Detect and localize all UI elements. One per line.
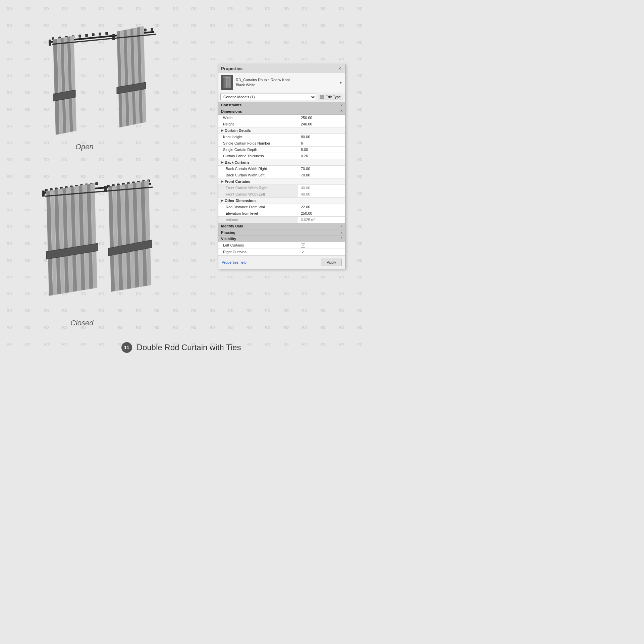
panel-object-row: RD_Curtains Double Rod w Knot Black Whit… — [218, 73, 345, 92]
svg-rect-93 — [321, 97, 322, 99]
front-curtains-arrow: ▶ — [221, 180, 223, 183]
prop-label-back-left: Back Curtain Width Left — [218, 172, 298, 178]
checkbox-left-curtains[interactable]: ✓ — [298, 242, 345, 249]
svg-rect-83 — [223, 77, 225, 88]
prop-row-folds-number[interactable]: Single Curtain Folds Number 6 — [218, 140, 345, 147]
prop-row-knot-height[interactable]: Knot Height 80.00 — [218, 134, 345, 140]
prop-label-left-curtains: Left Curtains — [218, 242, 298, 249]
panel-type-row: Generic Models (1) Edit Type — [218, 92, 345, 102]
constraints-section-header[interactable]: Constraints « — [218, 102, 345, 108]
prop-row-right-curtains[interactable]: Right Curtains ✓ — [218, 249, 345, 256]
prop-value-back-left: 70.00 — [298, 172, 345, 178]
open-label: Open — [75, 143, 94, 151]
back-curtains-group[interactable]: ▶ Back Curtains — [218, 159, 345, 166]
svg-rect-89 — [227, 77, 229, 88]
object-dropdown-arrow[interactable]: ▼ — [339, 81, 342, 85]
identity-data-toggle: « — [340, 224, 342, 228]
svg-rect-36 — [42, 191, 45, 197]
properties-help-link[interactable]: Properties help — [222, 260, 247, 264]
svg-rect-2 — [112, 34, 115, 40]
identity-data-section-header[interactable]: Identity Data « — [218, 223, 345, 229]
number-badge: 11 — [121, 342, 132, 353]
prop-row-front-right[interactable]: Front Curtain Width Right 40.00 — [218, 185, 345, 191]
properties-panel: Properties × RD_Curtains Double Rod w Kn… — [218, 64, 345, 269]
closed-curtain-illustration — [10, 171, 168, 312]
svg-rect-11 — [106, 32, 108, 35]
prop-row-elevation[interactable]: Elevation from level 250.00 — [218, 210, 345, 217]
prop-label-height: Height — [218, 121, 298, 127]
prop-label-knot-height: Knot Height — [218, 134, 298, 140]
other-dimensions-arrow: ▶ — [221, 199, 223, 202]
phasing-section-header[interactable]: Phasing « — [218, 229, 345, 236]
right-curtains-checkbox[interactable]: ✓ — [301, 250, 305, 254]
type-dropdown[interactable]: Generic Models (1) — [220, 94, 316, 100]
curtain-details-label: ▶ Curtain Details — [218, 127, 345, 133]
svg-rect-88 — [226, 77, 227, 88]
panel-titlebar: Properties × — [218, 64, 345, 73]
svg-rect-91 — [321, 95, 322, 97]
bottom-title-text: Double Rod Curtain with Ties — [137, 343, 241, 352]
back-curtains-arrow: ▶ — [221, 161, 223, 164]
open-curtain-illustration — [10, 17, 168, 161]
prop-label-volume: Volume — [218, 217, 298, 223]
phasing-toggle: « — [340, 231, 342, 234]
prop-value-volume: 0.025 m³ — [298, 217, 345, 223]
svg-rect-92 — [323, 95, 324, 97]
prop-value-folds-number: 6 — [298, 140, 345, 146]
prop-value-curtain-depth: 8.00 — [298, 147, 345, 153]
svg-rect-17 — [151, 28, 153, 31]
curtain-details-group[interactable]: ▶ Curtain Details — [218, 127, 345, 134]
prop-value-front-left: 40.00 — [298, 191, 345, 197]
illustrations-area: Open — [10, 10, 184, 332]
visibility-section-header[interactable]: Visibility ^ — [218, 236, 345, 242]
object-name: RD_Curtains Double Rod w Knot Black Whit… — [236, 77, 290, 88]
dimensions-section-header[interactable]: Dimensions ^ — [218, 108, 345, 115]
bottom-title-area: 11 Double Rod Curtain with Ties — [0, 342, 362, 353]
svg-rect-85 — [229, 77, 231, 88]
svg-rect-48 — [96, 182, 98, 185]
prop-value-front-right: 40.00 — [298, 185, 345, 191]
prop-row-height[interactable]: Height 240.00 — [218, 121, 345, 127]
prop-label-curtain-depth: Single Curtain Depth — [218, 147, 298, 153]
prop-label-width: Width — [218, 115, 298, 121]
prop-value-elevation: 250.00 — [298, 210, 345, 216]
left-curtains-checkbox[interactable]: ✓ — [301, 243, 305, 248]
back-curtains-label: ▶ Back Curtains — [218, 159, 345, 165]
svg-rect-8 — [86, 34, 88, 37]
prop-row-volume[interactable]: Volume 0.025 m³ — [218, 217, 345, 223]
prop-label-elevation: Elevation from level — [218, 210, 298, 216]
object-thumbnail — [221, 75, 233, 90]
dimensions-toggle: ^ — [340, 110, 342, 113]
constraints-toggle: « — [340, 103, 342, 107]
prop-row-back-right[interactable]: Back Curtain Width Right 70.00 — [218, 166, 345, 172]
prop-value-back-right: 70.00 — [298, 166, 345, 172]
apply-button[interactable]: Apply — [321, 259, 342, 266]
prop-row-width[interactable]: Width 250.00 — [218, 115, 345, 121]
prop-row-front-left[interactable]: Front Curtain Width Left 40.00 — [218, 191, 345, 198]
checkbox-right-curtains[interactable]: ✓ — [298, 249, 345, 255]
prop-label-fabric-thickness: Curtain Fabric Thickness — [218, 153, 298, 159]
prop-row-rod-distance[interactable]: Rod Distance From Wall 22.00 — [218, 204, 345, 210]
prop-row-left-curtains[interactable]: Left Curtains ✓ — [218, 242, 345, 249]
prop-label-front-right: Front Curtain Width Right — [218, 185, 298, 191]
svg-rect-94 — [323, 97, 324, 99]
prop-value-width: 250.00 — [298, 115, 345, 121]
prop-row-fabric-thickness[interactable]: Curtain Fabric Thickness 0.20 — [218, 153, 345, 159]
prop-label-right-curtains: Right Curtains — [218, 249, 298, 255]
other-dimensions-label: ▶ Other Dimensions — [218, 198, 345, 204]
prop-row-curtain-depth[interactable]: Single Curtain Depth 8.00 — [218, 147, 345, 153]
prop-label-front-left: Front Curtain Width Left — [218, 191, 298, 197]
close-button[interactable]: × — [337, 66, 342, 71]
prop-value-rod-distance: 22.00 — [298, 204, 345, 210]
prop-label-rod-distance: Rod Distance From Wall — [218, 204, 298, 210]
edit-type-button[interactable]: Edit Type — [318, 94, 343, 100]
prop-row-back-left[interactable]: Back Curtain Width Left 70.00 — [218, 172, 345, 178]
visibility-toggle: ^ — [340, 237, 342, 241]
svg-rect-1 — [49, 40, 51, 46]
svg-rect-90 — [229, 77, 229, 88]
svg-rect-10 — [99, 33, 101, 35]
front-curtains-group[interactable]: ▶ Front Curtains — [218, 178, 345, 185]
edit-icon — [320, 95, 324, 99]
svg-rect-9 — [92, 34, 94, 36]
other-dimensions-group[interactable]: ▶ Other Dimensions — [218, 198, 345, 204]
